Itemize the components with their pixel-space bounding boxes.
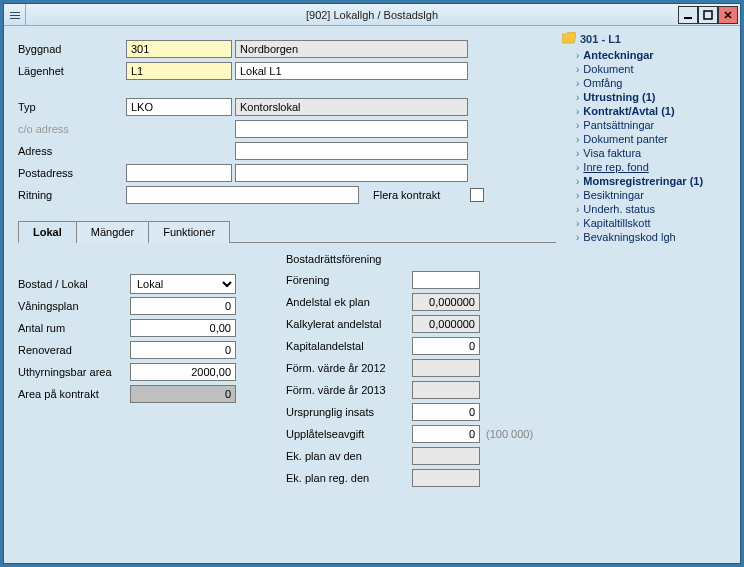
- area-kontrakt-input: [130, 385, 236, 403]
- antal-rum-input[interactable]: [130, 319, 236, 337]
- chevron-right-icon: ›: [576, 176, 579, 187]
- chevron-right-icon: ›: [576, 134, 579, 145]
- tree-item[interactable]: ›Kontrakt/Avtal (1): [562, 104, 734, 118]
- tree-item[interactable]: ›Besiktningar: [562, 188, 734, 202]
- ursprunglig-label: Ursprunglig insats: [286, 406, 412, 418]
- kapital-label: Kapitalandelstal: [286, 340, 412, 352]
- tree-item-label: Momsregistreringar (1): [583, 175, 703, 187]
- andelstal-ek-label: Andelstal ek plan: [286, 296, 412, 308]
- chevron-right-icon: ›: [576, 190, 579, 201]
- window-title: [902] Lokallgh / Bostadslgh: [4, 9, 740, 21]
- renoverad-label: Renoverad: [18, 344, 130, 356]
- tree-item-label: Utrustning (1): [583, 91, 655, 103]
- ekplan-av-input: [412, 447, 480, 465]
- tree-item[interactable]: ›Dokument: [562, 62, 734, 76]
- folder-open-icon: [562, 32, 576, 46]
- tab-lokal[interactable]: Lokal: [18, 221, 77, 243]
- tree-item-label: Anteckningar: [583, 49, 653, 61]
- tree-item[interactable]: ›Bevakningskod lgh: [562, 230, 734, 244]
- tree-item[interactable]: ›Underh. status: [562, 202, 734, 216]
- form2013-input: [412, 381, 480, 399]
- tree-item[interactable]: ›Inre rep. fond: [562, 160, 734, 174]
- maximize-button[interactable]: [698, 6, 718, 24]
- chevron-right-icon: ›: [576, 120, 579, 131]
- ritning-label: Ritning: [18, 189, 126, 201]
- tree-item-label: Visa faktura: [583, 147, 641, 159]
- ekplan-av-label: Ek. plan av den: [286, 450, 412, 462]
- adress-label: Adress: [18, 145, 126, 157]
- tree-root[interactable]: 301 - L1: [562, 32, 734, 46]
- postadress-input[interactable]: [235, 164, 468, 182]
- brf-section-header: Bostadrättsförening: [286, 253, 533, 265]
- typ-input[interactable]: [126, 98, 232, 116]
- tree-root-label: 301 - L1: [580, 33, 621, 45]
- area-kontrakt-label: Area på kontrakt: [18, 388, 130, 400]
- byggnad-input[interactable]: [126, 40, 232, 58]
- tree-item[interactable]: ›Visa faktura: [562, 146, 734, 160]
- tree-item-label: Dokument panter: [583, 133, 667, 145]
- tree-item-label: Inre rep. fond: [583, 161, 648, 173]
- vaningsplan-input[interactable]: [130, 297, 236, 315]
- close-button[interactable]: [718, 6, 738, 24]
- postadress-code-input[interactable]: [126, 164, 232, 182]
- tree-item[interactable]: ›Anteckningar: [562, 48, 734, 62]
- svg-rect-3: [684, 17, 692, 19]
- chevron-right-icon: ›: [576, 162, 579, 173]
- tree-item-label: Underh. status: [583, 203, 655, 215]
- tree-item-label: Kapitaltillskott: [583, 217, 650, 229]
- kalkylerat-label: Kalkylerat andelstal: [286, 318, 412, 330]
- chevron-right-icon: ›: [576, 232, 579, 243]
- svg-rect-4: [704, 11, 712, 19]
- flera-label: Flera kontrakt: [373, 189, 440, 201]
- form2012-label: Förm. värde år 2012: [286, 362, 412, 374]
- ekplan-reg-input: [412, 469, 480, 487]
- minimize-button[interactable]: [678, 6, 698, 24]
- bostad-lokal-select[interactable]: Lokal: [130, 274, 236, 294]
- tree-item[interactable]: ›Omfång: [562, 76, 734, 90]
- tree-item-label: Besiktningar: [583, 189, 644, 201]
- typ-name: [235, 98, 468, 116]
- form2013-label: Förm. värde år 2013: [286, 384, 412, 396]
- bostad-lokal-label: Bostad / Lokal: [18, 278, 130, 290]
- adress-input[interactable]: [235, 142, 468, 160]
- tree-item-label: Dokument: [583, 63, 633, 75]
- tree-item[interactable]: ›Kapitaltillskott: [562, 216, 734, 230]
- kalkylerat-input: [412, 315, 480, 333]
- chevron-right-icon: ›: [576, 64, 579, 75]
- tree-item[interactable]: ›Utrustning (1): [562, 90, 734, 104]
- chevron-right-icon: ›: [576, 50, 579, 61]
- lagenhet-name[interactable]: [235, 62, 468, 80]
- vaningsplan-label: Våningsplan: [18, 300, 130, 312]
- tabs: Lokal Mängder Funktioner: [18, 220, 556, 243]
- byggnad-label: Byggnad: [18, 43, 126, 55]
- tree-item[interactable]: ›Dokument panter: [562, 132, 734, 146]
- flera-checkbox[interactable]: [470, 188, 484, 202]
- co-input[interactable]: [235, 120, 468, 138]
- chevron-right-icon: ›: [576, 78, 579, 89]
- byggnad-name: [235, 40, 468, 58]
- upplatelseavgift-input[interactable]: [412, 425, 480, 443]
- chevron-right-icon: ›: [576, 218, 579, 229]
- uthyrningsbar-input[interactable]: [130, 363, 236, 381]
- kapital-input[interactable]: [412, 337, 480, 355]
- window: [902] Lokallgh / Bostadslgh Byggnad Läge…: [3, 3, 741, 564]
- andelstal-ek-input: [412, 293, 480, 311]
- ursprunglig-input[interactable]: [412, 403, 480, 421]
- renoverad-input[interactable]: [130, 341, 236, 359]
- co-label: c/o adress: [18, 123, 126, 135]
- tab-mangder[interactable]: Mängder: [76, 221, 149, 243]
- tree-item-label: Kontrakt/Avtal (1): [583, 105, 674, 117]
- ritning-input[interactable]: [126, 186, 359, 204]
- tree-item-label: Bevakningskod lgh: [583, 231, 675, 243]
- antal-rum-label: Antal rum: [18, 322, 130, 334]
- tree-item[interactable]: ›Momsregistreringar (1): [562, 174, 734, 188]
- ekplan-reg-label: Ek. plan reg. den: [286, 472, 412, 484]
- chevron-right-icon: ›: [576, 92, 579, 103]
- upplatelseavgift-hint: (100 000): [486, 428, 533, 440]
- tree-item[interactable]: ›Pantsättningar: [562, 118, 734, 132]
- lagenhet-input[interactable]: [126, 62, 232, 80]
- forening-input[interactable]: [412, 271, 480, 289]
- tree-item-label: Omfång: [583, 77, 622, 89]
- tab-funktioner[interactable]: Funktioner: [148, 221, 230, 243]
- titlebar: [902] Lokallgh / Bostadslgh: [4, 4, 740, 26]
